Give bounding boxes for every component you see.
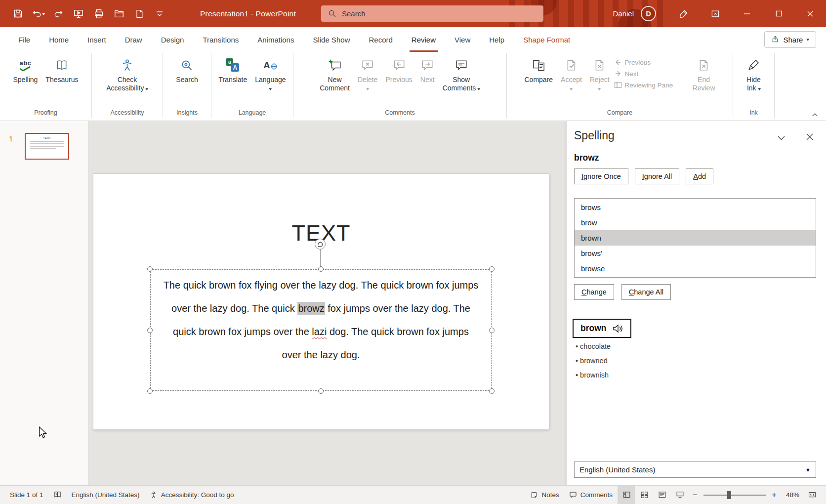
comments-button[interactable]: Comments bbox=[564, 491, 618, 499]
next-comment-button[interactable]: Next bbox=[417, 54, 438, 108]
spelling-button[interactable]: abc Spelling bbox=[10, 54, 41, 108]
translate-button[interactable]: aA Translate bbox=[215, 54, 250, 108]
thesaurus-button[interactable]: Thesaurus bbox=[42, 54, 82, 108]
resize-handle-top-middle[interactable] bbox=[318, 266, 324, 272]
zoom-slider[interactable] bbox=[703, 495, 766, 496]
resize-handle-middle-left[interactable] bbox=[147, 328, 153, 333]
compare-button[interactable]: Compare bbox=[521, 54, 557, 108]
next-change-button[interactable]: Next bbox=[614, 70, 688, 78]
add-to-dictionary-button[interactable]: Add bbox=[686, 168, 713, 184]
zoom-in-button[interactable]: + bbox=[768, 490, 781, 500]
pane-close-button[interactable] bbox=[803, 130, 817, 144]
tab-file[interactable]: File bbox=[9, 27, 40, 52]
ignore-once-button[interactable]: Ignore Once bbox=[574, 168, 628, 184]
language-button[interactable]: A Language ▾ bbox=[251, 54, 289, 108]
tab-help[interactable]: Help bbox=[480, 27, 514, 52]
tab-animations[interactable]: Animations bbox=[248, 27, 303, 52]
search-box[interactable]: Search bbox=[321, 5, 543, 22]
hide-ink-button[interactable]: Hide Ink ▾ bbox=[743, 54, 764, 108]
suggestion-item[interactable]: brows bbox=[575, 200, 816, 215]
suggestion-item-selected[interactable]: brown bbox=[575, 230, 816, 246]
speaker-icon[interactable] bbox=[613, 324, 623, 333]
change-all-button[interactable]: Change All bbox=[621, 284, 671, 300]
tab-review[interactable]: Review bbox=[402, 27, 445, 52]
tab-transitions[interactable]: Transitions bbox=[193, 27, 248, 52]
normal-view-button[interactable] bbox=[618, 486, 635, 504]
undo-button[interactable]: ▾ bbox=[29, 4, 47, 24]
resize-handle-top-right[interactable] bbox=[489, 266, 495, 272]
language-status-button[interactable]: English (United States) bbox=[67, 486, 145, 504]
open-file-button[interactable] bbox=[110, 4, 128, 24]
resize-handle-bottom-right[interactable] bbox=[489, 388, 495, 394]
reject-dropdown-icon: ▾ bbox=[598, 86, 601, 91]
slide-indicator[interactable]: Slide 1 of 1 bbox=[5, 486, 48, 504]
customize-qat-button[interactable] bbox=[151, 4, 168, 24]
close-button[interactable] bbox=[794, 0, 826, 27]
redo-button[interactable] bbox=[49, 4, 67, 24]
tab-shape-format[interactable]: Shape Format bbox=[514, 27, 579, 52]
user-name[interactable]: Daniel bbox=[613, 9, 634, 18]
reviewing-pane-button[interactable]: Reviewing Pane bbox=[614, 81, 688, 89]
zoom-slider-thumb[interactable] bbox=[727, 491, 731, 499]
resize-handle-top-left[interactable] bbox=[147, 266, 153, 272]
change-button[interactable]: Change bbox=[574, 284, 614, 300]
body-text-line[interactable]: over the lazy dog. bbox=[151, 343, 491, 367]
proofing-language-dropdown[interactable]: English (United States) ▼ bbox=[574, 462, 816, 478]
user-avatar[interactable]: D bbox=[641, 6, 656, 21]
share-button[interactable]: Share ▾ bbox=[764, 31, 816, 48]
misspelled-word-highlight[interactable]: browz bbox=[297, 302, 325, 315]
suggestion-item[interactable]: brows' bbox=[575, 246, 816, 261]
notes-button[interactable]: Notes bbox=[525, 491, 564, 499]
body-text-line[interactable]: over the lazy dog. The quick browz fox j… bbox=[151, 297, 491, 320]
resize-handle-bottom-left[interactable] bbox=[147, 388, 153, 394]
reading-view-button[interactable] bbox=[653, 486, 671, 504]
tab-view[interactable]: View bbox=[445, 27, 480, 52]
spell-check-status-button[interactable] bbox=[48, 486, 67, 504]
resize-handle-bottom-middle[interactable] bbox=[318, 388, 324, 394]
show-comments-dropdown-icon: ▾ bbox=[478, 86, 481, 91]
slide-show-view-button[interactable] bbox=[671, 486, 689, 504]
minimize-button[interactable] bbox=[731, 0, 763, 27]
body-text-line[interactable]: quick brown fox jumps over the lazi dog.… bbox=[151, 320, 491, 343]
resize-handle-middle-right[interactable] bbox=[489, 328, 495, 333]
inking-button[interactable] bbox=[668, 0, 700, 27]
tab-design[interactable]: Design bbox=[152, 27, 194, 52]
slide-canvas[interactable]: TEXT The quick brown fox flying over the… bbox=[93, 174, 549, 429]
delete-comment-button[interactable]: Delete ▾ bbox=[354, 54, 381, 108]
slide-textbox[interactable]: The quick brown fox flying over the lazy… bbox=[150, 269, 492, 391]
suggestion-item[interactable]: browse bbox=[575, 261, 816, 276]
zoom-level[interactable]: 48% bbox=[781, 491, 803, 499]
ribbon-display-options-button[interactable] bbox=[700, 0, 731, 27]
rotate-handle[interactable] bbox=[314, 238, 326, 250]
tab-draw[interactable]: Draw bbox=[116, 27, 152, 52]
reject-button[interactable]: Reject ▾ bbox=[586, 54, 613, 108]
tab-record[interactable]: Record bbox=[359, 27, 402, 52]
check-accessibility-button[interactable]: Check Accessibility ▾ bbox=[103, 54, 152, 108]
start-from-beginning-button[interactable] bbox=[70, 4, 87, 24]
new-comment-button[interactable]: New Comment bbox=[316, 54, 353, 108]
fit-slide-to-window-button[interactable] bbox=[803, 486, 821, 504]
pane-collapse-button[interactable] bbox=[774, 132, 788, 144]
collapse-ribbon-button[interactable] bbox=[812, 113, 818, 117]
previous-comment-button[interactable]: Previous bbox=[382, 54, 415, 108]
smart-search-button[interactable]: Search bbox=[172, 54, 201, 108]
accessibility-status-button[interactable]: Accessibility: Good to go bbox=[145, 486, 239, 504]
save-button[interactable] bbox=[9, 4, 27, 24]
slide-thumbnail[interactable]: TEXT bbox=[25, 133, 69, 160]
new-file-button[interactable] bbox=[130, 4, 148, 24]
tab-insert[interactable]: Insert bbox=[78, 27, 116, 52]
ignore-all-button[interactable]: Ignore All bbox=[635, 168, 679, 184]
zoom-out-button[interactable]: − bbox=[689, 490, 702, 500]
show-comments-button[interactable]: Show Comments ▾ bbox=[439, 54, 484, 108]
misspelled-word-squiggle[interactable]: lazi bbox=[312, 326, 327, 337]
end-review-button[interactable]: End Review bbox=[689, 54, 719, 108]
maximize-button[interactable] bbox=[763, 0, 794, 27]
tab-slide-show[interactable]: Slide Show bbox=[303, 27, 359, 52]
suggestion-item[interactable]: brow bbox=[575, 215, 816, 230]
previous-change-button[interactable]: Previous bbox=[614, 58, 688, 66]
body-text-line[interactable]: The quick brown fox flying over the lazy… bbox=[151, 274, 491, 297]
tab-home[interactable]: Home bbox=[40, 27, 78, 52]
slide-sorter-view-button[interactable] bbox=[635, 486, 653, 504]
accept-button[interactable]: Accept ▾ bbox=[557, 54, 585, 108]
quick-print-button[interactable] bbox=[90, 4, 108, 24]
